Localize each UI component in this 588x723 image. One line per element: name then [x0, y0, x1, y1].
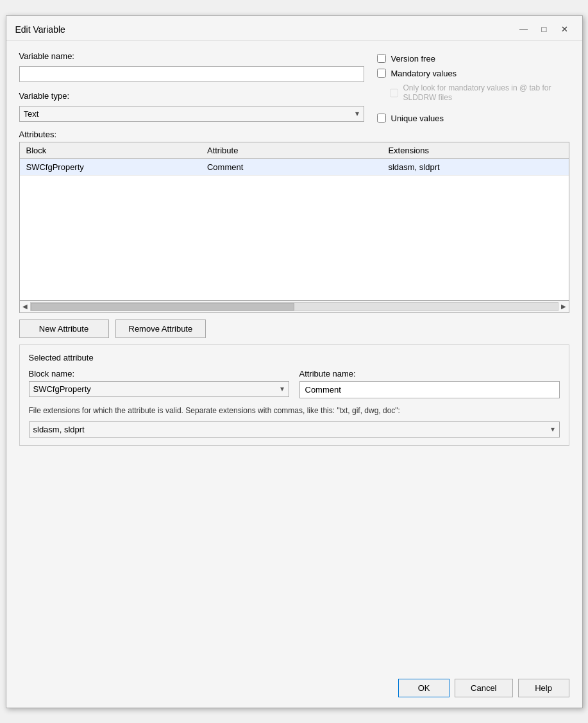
table-body-scroll[interactable]: SWCfgProperty Comment sldasm, sldprt [20, 159, 569, 300]
extensions-select[interactable]: sldasm, sldprt [29, 421, 560, 438]
block-name-label: Block name: [29, 369, 289, 379]
close-button[interactable]: ✕ [557, 22, 573, 37]
attribute-name-field: Attribute name: [299, 369, 560, 398]
selected-attribute-title: Selected attribute [29, 353, 560, 362]
block-name-select[interactable]: SWCfgProperty [29, 381, 289, 397]
mandatory-sub-label: Only look for mandatory values in @ tab … [403, 83, 569, 103]
cell-block: SWCfgProperty [20, 159, 201, 176]
selected-attribute-section: Selected attribute Block name: SWCfgProp… [19, 344, 569, 446]
dialog-title: Edit Variable [15, 24, 65, 35]
attributes-data-table: SWCfgProperty Comment sldasm, sldprt [20, 159, 569, 176]
attr-fields-row: Block name: SWCfgProperty Attribute name… [29, 369, 560, 398]
block-name-field: Block name: SWCfgProperty [29, 369, 289, 398]
cell-extensions: sldasm, sldprt [382, 159, 568, 176]
version-free-label: Version free [391, 54, 435, 64]
mandatory-sub-checkbox [390, 89, 398, 98]
col-attribute: Attribute [201, 142, 382, 159]
unique-values-checkbox[interactable] [377, 114, 386, 123]
scroll-right-arrow[interactable]: ▶ [561, 303, 566, 310]
remove-attribute-button[interactable]: Remove Attribute [115, 319, 206, 338]
attributes-table: Block Attribute Extensions [20, 142, 569, 159]
left-column: Variable name: Variable type: Text Numbe… [19, 51, 364, 122]
mandatory-sub-row: Only look for mandatory values in @ tab … [390, 83, 569, 103]
cell-attribute: Comment [201, 159, 382, 176]
attribute-buttons-row: New Attribute Remove Attribute [19, 319, 569, 338]
variable-type-wrapper: Text Number Date Boolean [19, 106, 364, 122]
variable-name-input[interactable] [19, 66, 364, 82]
table-row[interactable]: SWCfgProperty Comment sldasm, sldprt [20, 159, 569, 176]
attribute-name-label: Attribute name: [299, 369, 560, 379]
extensions-wrapper: sldasm, sldprt [29, 421, 560, 438]
variable-type-select[interactable]: Text Number Date Boolean [19, 106, 364, 122]
mandatory-values-row: Mandatory values [377, 69, 569, 78]
right-column: Version free Mandatory values Only look … [377, 51, 569, 123]
unique-values-row: Unique values [377, 114, 569, 123]
variable-type-label: Variable type: [19, 91, 364, 101]
extension-description: File extensions for which the attribute … [29, 405, 560, 416]
scroll-left-arrow[interactable]: ◀ [22, 303, 28, 310]
top-section: Variable name: Variable type: Text Numbe… [19, 51, 569, 123]
attributes-section: Attributes: Block Attribute Extensions [19, 130, 569, 313]
window-controls: — □ ✕ [516, 22, 573, 37]
unique-values-label: Unique values [391, 114, 444, 123]
horizontal-scrollbar[interactable]: ◀ ▶ [20, 300, 569, 312]
variable-name-label: Variable name: [19, 51, 364, 61]
title-bar: Edit Variable — □ ✕ [6, 16, 582, 41]
col-extensions: Extensions [382, 142, 568, 159]
header-row: Block Attribute Extensions [20, 142, 569, 159]
mandatory-values-checkbox[interactable] [377, 69, 386, 78]
attributes-label: Attributes: [19, 130, 569, 139]
block-name-wrapper: SWCfgProperty [29, 381, 289, 397]
table-header: Block Attribute Extensions [20, 142, 569, 159]
attributes-table-container: Block Attribute Extensions SWCfgProperty… [19, 142, 569, 313]
footer-buttons: OK Cancel Help [19, 672, 569, 697]
mandatory-values-label: Mandatory values [391, 69, 457, 78]
version-free-row: Version free [377, 54, 569, 64]
scroll-track[interactable] [30, 302, 559, 311]
new-attribute-button[interactable]: New Attribute [19, 319, 109, 338]
scroll-thumb [31, 303, 294, 310]
help-button[interactable]: Help [518, 679, 569, 697]
cancel-button[interactable]: Cancel [455, 679, 512, 697]
attribute-name-input[interactable] [299, 381, 560, 398]
edit-variable-dialog: Edit Variable — □ ✕ Variable name: Varia… [6, 15, 583, 708]
minimize-button[interactable]: — [516, 22, 532, 37]
col-block: Block [20, 142, 201, 159]
dialog-body: Variable name: Variable type: Text Numbe… [6, 41, 582, 708]
table-body: SWCfgProperty Comment sldasm, sldprt [20, 159, 569, 176]
mandatory-sub-block: Only look for mandatory values in @ tab … [377, 83, 569, 103]
version-free-checkbox[interactable] [377, 54, 386, 63]
maximize-button[interactable]: □ [536, 22, 553, 37]
ok-button[interactable]: OK [398, 679, 449, 697]
